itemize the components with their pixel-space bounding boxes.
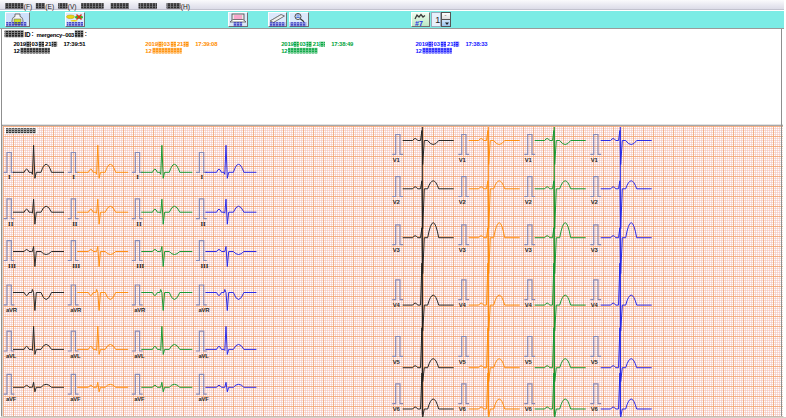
svg-text:2019: 2019 [145, 41, 158, 47]
svg-text:V3: V3 [393, 247, 401, 253]
svg-text:aVF: aVF [70, 396, 81, 402]
svg-text:III: III [200, 262, 208, 269]
svg-text:aVR: aVR [198, 307, 210, 313]
svg-text:V5: V5 [459, 359, 467, 365]
svg-text:21: 21 [447, 41, 454, 47]
svg-text:12: 12 [415, 48, 422, 54]
svg-text:V5: V5 [525, 359, 533, 365]
svg-text:17:38:49: 17:38:49 [331, 41, 354, 47]
svg-text:V1: V1 [591, 157, 599, 163]
svg-text:V3: V3 [591, 247, 599, 253]
svg-text:(F): (F) [24, 3, 32, 11]
svg-text::: : [32, 30, 34, 37]
svg-text:II: II [200, 220, 206, 227]
svg-text:II: II [72, 220, 78, 227]
svg-text:V2: V2 [591, 199, 599, 205]
svg-text:(H): (H) [181, 3, 190, 11]
svg-text:2019: 2019 [281, 41, 294, 47]
svg-text:III: III [72, 262, 80, 269]
svg-text:V4: V4 [525, 302, 533, 308]
svg-text:03: 03 [434, 41, 441, 47]
svg-text:aVL: aVL [6, 353, 17, 359]
svg-text:aVF: aVF [134, 396, 145, 402]
svg-text:aVF: aVF [198, 396, 209, 402]
svg-text:V6: V6 [459, 406, 467, 412]
svg-text:12: 12 [13, 48, 20, 54]
svg-text:II: II [8, 220, 14, 227]
svg-text:V6: V6 [393, 406, 401, 412]
svg-text:III: III [8, 262, 16, 269]
svg-text:03: 03 [164, 41, 171, 47]
svg-text:(E): (E) [45, 3, 54, 11]
svg-text:V2: V2 [393, 199, 401, 205]
svg-text:(V): (V) [68, 3, 77, 11]
svg-text:V2: V2 [525, 199, 533, 205]
svg-text:aVL: aVL [70, 353, 81, 359]
svg-text:03: 03 [299, 41, 306, 47]
svg-text:I: I [136, 173, 139, 180]
svg-text:V1: V1 [525, 157, 533, 163]
svg-text:V4: V4 [459, 302, 467, 308]
svg-text:aVR: aVR [6, 307, 18, 313]
svg-text:21: 21 [177, 41, 184, 47]
svg-text:aVF: aVF [6, 396, 17, 402]
svg-text:III: III [136, 262, 144, 269]
svg-text:21: 21 [313, 41, 320, 47]
svg-text:V3: V3 [459, 247, 467, 253]
svg-text:17:38:33: 17:38:33 [465, 41, 488, 47]
svg-text:aVR: aVR [70, 307, 82, 313]
svg-text:ID: ID [24, 31, 31, 38]
svg-text:2019: 2019 [415, 41, 428, 47]
svg-text:V1: V1 [393, 157, 401, 163]
svg-text:V4: V4 [591, 302, 599, 308]
svg-text:03: 03 [32, 41, 39, 47]
svg-text:V4: V4 [393, 302, 401, 308]
svg-text:I: I [72, 173, 75, 180]
svg-text:V5: V5 [591, 359, 599, 365]
svg-text:V6: V6 [525, 406, 533, 412]
svg-text:V6: V6 [591, 406, 599, 412]
svg-text:V5: V5 [393, 359, 401, 365]
svg-text:21: 21 [45, 41, 52, 47]
svg-text:17:39:08: 17:39:08 [195, 41, 218, 47]
svg-text:I: I [200, 173, 203, 180]
svg-text:I: I [8, 173, 11, 180]
svg-text:12: 12 [145, 48, 152, 54]
svg-text:II: II [136, 220, 142, 227]
svg-text:V3: V3 [525, 247, 533, 253]
svg-text:aVR: aVR [134, 307, 146, 313]
svg-text:mergency~003: mergency~003 [37, 32, 76, 38]
svg-text:aVL: aVL [198, 353, 209, 359]
svg-text::: : [85, 30, 87, 37]
svg-text:V1: V1 [459, 157, 467, 163]
svg-text:2019: 2019 [13, 41, 26, 47]
svg-text:12: 12 [281, 48, 288, 54]
svg-text:17:39:51: 17:39:51 [63, 41, 86, 47]
svg-text:aVL: aVL [134, 353, 145, 359]
svg-text:V2: V2 [459, 199, 467, 205]
